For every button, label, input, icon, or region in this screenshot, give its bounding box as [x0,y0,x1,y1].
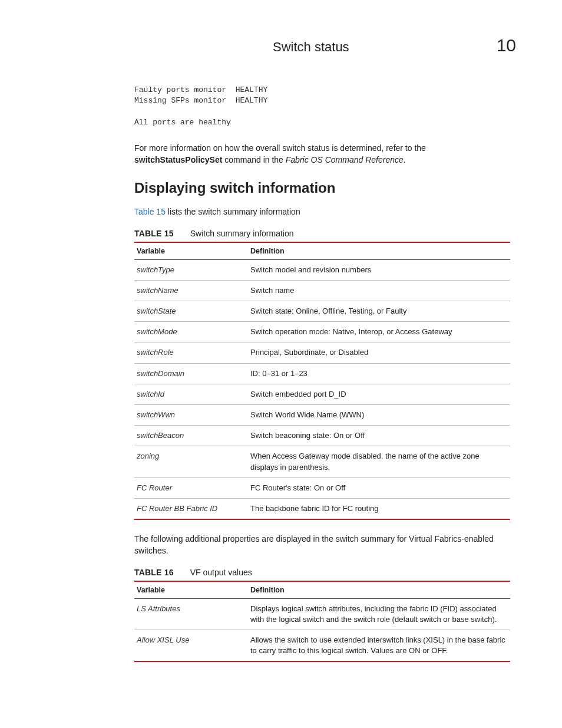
variable-cell: LS Attributes [134,598,248,630]
table-15-caption: TABLE 15Switch summary information [134,229,510,238]
definition-cell: ID: 0–31 or 1–23 [248,363,510,384]
table-label: TABLE 15 [134,229,174,238]
table-row: FC Router BB Fabric IDThe backbone fabri… [134,498,510,519]
variable-cell: switchType [134,259,248,280]
definition-cell: When Access Gateway mode disabled, the n… [248,446,510,477]
definition-cell: Switch model and revision numbers [248,259,510,280]
variable-cell: switchId [134,384,248,404]
variable-cell: switchState [134,301,248,322]
col-header-definition: Definition [248,581,510,599]
variable-cell: FC Router BB Fabric ID [134,498,248,519]
table-row: switchBeaconSwitch beaconing state: On o… [134,426,510,446]
definition-cell: Switch name [248,280,510,301]
col-header-variable: Variable [134,242,248,260]
definition-cell: Allows the switch to use extended inters… [248,630,510,662]
table-xref-link[interactable]: Table 15 [134,207,166,216]
paragraph-info: For more information on how the overall … [134,142,510,166]
table-row: zoningWhen Access Gateway mode disabled,… [134,446,510,477]
paragraph-additional: The following additional properties are … [134,533,510,557]
page-header: Switch status 10 [46,35,516,55]
page: Switch status 10 Faulty ports monitor HE… [0,0,562,709]
variable-cell: switchMode [134,322,248,342]
table-row: switchNameSwitch name [134,280,510,301]
table-title: VF output values [190,568,252,577]
table-row: LS AttributesDisplays logical switch att… [134,598,510,630]
table-row: switchDomainID: 0–31 or 1–23 [134,363,510,384]
variable-cell: switchWwn [134,404,248,425]
content: Faulty ports monitor HEALTHY Missing SFP… [134,85,510,662]
command-name: switchStatusPolicySet [134,155,222,164]
variable-cell: switchRole [134,342,248,363]
table-row: switchRolePrincipal, Subordinate, or Dis… [134,342,510,363]
table-label: TABLE 16 [134,568,174,577]
definition-cell: Switch embedded port D_ID [248,384,510,404]
header-title: Switch status [273,39,349,55]
text: . [404,155,406,164]
variable-cell: Allow XISL Use [134,630,248,662]
code-block: Faulty ports monitor HEALTHY Missing SFP… [134,85,510,128]
col-header-definition: Definition [248,242,510,260]
variable-cell: zoning [134,446,248,477]
definition-cell: Switch World Wide Name (WWN) [248,404,510,425]
definition-cell: Principal, Subordinate, or Disabled [248,342,510,363]
table-15: Variable Definition switchTypeSwitch mod… [134,242,510,520]
table-row: Allow XISL UseAllows the switch to use e… [134,630,510,662]
definition-cell: The backbone fabric ID for FC routing [248,498,510,519]
variable-cell: switchBeacon [134,426,248,446]
table-row: switchIdSwitch embedded port D_ID [134,384,510,404]
table-title: Switch summary information [190,229,294,238]
definition-cell: Displays logical switch attributes, incl… [248,598,510,630]
text: lists the switch summary information [166,207,300,216]
text: command in the [222,155,285,164]
definition-cell: Switch state: Online, Offline, Testing, … [248,301,510,322]
chapter-number: 10 [497,35,516,55]
variable-cell: FC Router [134,477,248,498]
col-header-variable: Variable [134,581,248,599]
text: For more information on how the overall … [134,143,426,153]
paragraph-intro: Table 15 lists the switch summary inform… [134,206,510,218]
table-row: switchWwnSwitch World Wide Name (WWN) [134,404,510,425]
table-row: switchModeSwitch operation mode: Native,… [134,322,510,342]
table-row: FC RouterFC Router's state: On or Off [134,477,510,498]
table-row: switchStateSwitch state: Online, Offline… [134,301,510,322]
definition-cell: FC Router's state: On or Off [248,477,510,498]
table-16: Variable Definition LS AttributesDisplay… [134,581,510,663]
definition-cell: Switch beaconing state: On or Off [248,426,510,446]
section-heading: Displaying switch information [134,180,510,196]
table-row: switchTypeSwitch model and revision numb… [134,259,510,280]
table-16-caption: TABLE 16VF output values [134,568,510,577]
reference-title: Fabric OS Command Reference [286,155,404,164]
variable-cell: switchDomain [134,363,248,384]
variable-cell: switchName [134,280,248,301]
definition-cell: Switch operation mode: Native, Interop, … [248,322,510,342]
